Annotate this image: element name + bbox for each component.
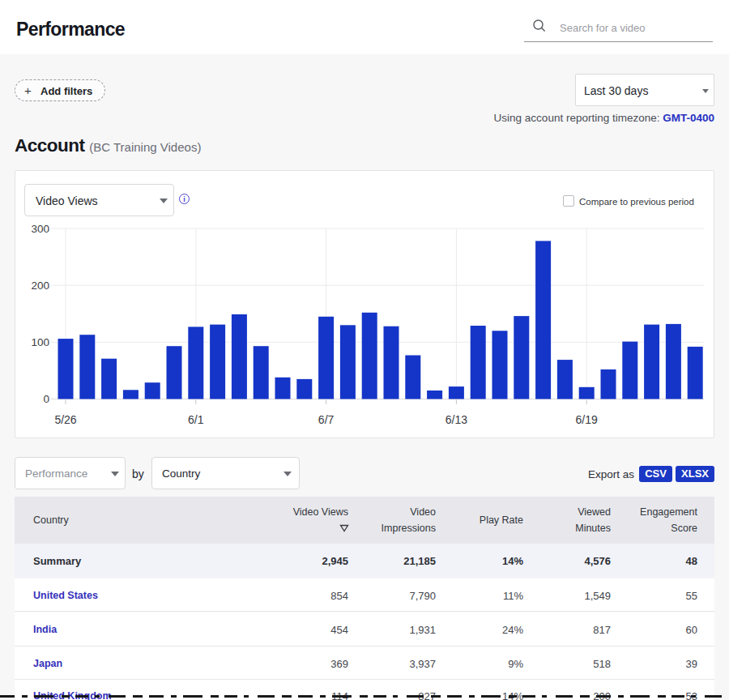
svg-text:5/26: 5/26 (54, 413, 76, 426)
svg-text:6/13: 6/13 (446, 413, 467, 426)
svg-text:6/7: 6/7 (318, 413, 335, 426)
svg-text:300: 300 (31, 223, 49, 235)
svg-text:6/19: 6/19 (576, 413, 598, 426)
svg-text:0: 0 (43, 393, 49, 405)
svg-text:200: 200 (31, 280, 49, 292)
svg-text:100: 100 (31, 336, 49, 348)
svg-text:6/1: 6/1 (188, 413, 204, 426)
